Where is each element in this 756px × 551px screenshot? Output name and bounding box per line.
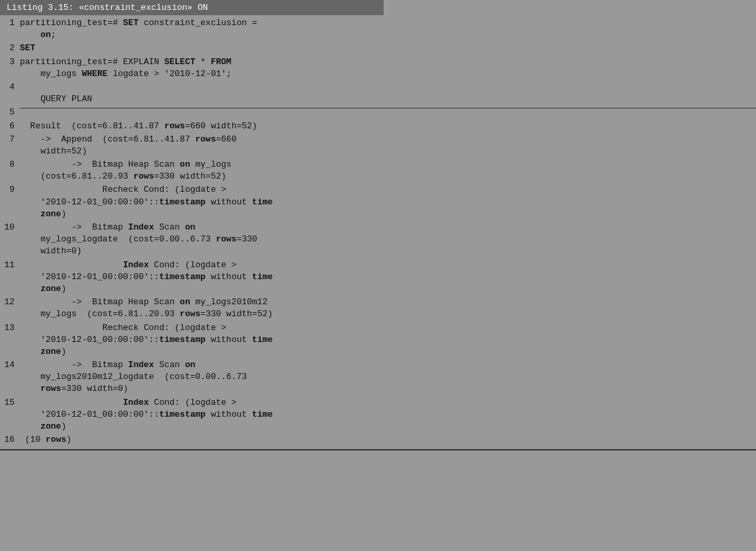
line-number: 1 <box>0 17 20 29</box>
line-number: 7 <box>0 134 20 146</box>
code-line: 9 Recheck Cond: (logdate > '2010-12-01_0… <box>0 183 756 221</box>
line-content: SET <box>20 42 756 54</box>
code-line: 14 -> Bitmap Index Scan on my_logs2010m1… <box>0 359 756 396</box>
line-number: 15 <box>0 397 20 409</box>
line-content: -> Bitmap Heap Scan on my_logs2010m12 my… <box>20 296 756 320</box>
line-number: 4 <box>0 81 20 93</box>
line-content: Result (cost=6.81..41.87 rows=660 width=… <box>20 120 756 132</box>
line-content: partitioning_test=# SET constraint_exclu… <box>20 17 756 41</box>
line-content: Recheck Cond: (logdate > '2010-12-01_00:… <box>20 322 756 359</box>
code-line: 15 Index Cond: (logdate > '2010-12-01_00… <box>0 396 756 434</box>
code-line: 1 partitioning_test=# SET constraint_exc… <box>0 17 756 42</box>
line-content: -> Bitmap Index Scan on my_logs_logdate … <box>20 222 756 258</box>
line-number: 14 <box>0 359 20 371</box>
line-content: QUERY PLAN <box>20 81 756 105</box>
code-line: 10 -> Bitmap Index Scan on my_logs_logda… <box>0 221 756 259</box>
line-content: partitioning_test=# EXPLAIN SELECT * FRO… <box>20 56 756 80</box>
line-content: -> Bitmap Heap Scan on my_logs (cost=6.8… <box>20 159 756 183</box>
line-number: 11 <box>0 259 20 271</box>
line-content: Recheck Cond: (logdate > '2010-12-01_00:… <box>20 184 756 220</box>
line-number: 13 <box>0 322 20 334</box>
line-content: -> Append (cost=6.81..41.87 rows=660 wid… <box>20 134 756 157</box>
line-number: 3 <box>0 56 20 68</box>
code-line: 13 Recheck Cond: (logdate > '2010-12-01_… <box>0 321 756 359</box>
code-line: 2 SET <box>0 42 756 55</box>
line-number: 9 <box>0 184 20 196</box>
code-block: 1 partitioning_test=# SET constraint_exc… <box>0 15 756 452</box>
line-number: 16 <box>0 434 20 446</box>
code-line: 12 -> Bitmap Heap Scan on my_logs2010m12… <box>0 296 756 321</box>
line-number: 6 <box>0 120 20 132</box>
code-line: 16 (10 rows) <box>0 433 756 446</box>
line-content: Index Cond: (logdate > '2010-12-01_00:00… <box>20 259 756 296</box>
line-number: 2 <box>0 42 20 54</box>
code-line: 11 Index Cond: (logdate > '2010-12-01_00… <box>0 259 756 296</box>
line-content: (10 rows) <box>20 434 756 446</box>
code-line: 3 partitioning_test=# EXPLAIN SELECT * F… <box>0 56 756 81</box>
code-line: 5 <box>0 106 756 119</box>
listing-title: Listing 3.15: «constraint_exclusion» ON <box>0 0 384 15</box>
line-content: -> Bitmap Index Scan on my_logs2010m12_l… <box>20 359 756 396</box>
line-number: 5 <box>0 106 20 118</box>
line-number: 8 <box>0 159 20 171</box>
code-line: 8 -> Bitmap Heap Scan on my_logs (cost=6… <box>0 158 756 183</box>
code-line: 4 QUERY PLAN <box>0 81 756 106</box>
line-number: 10 <box>0 222 20 233</box>
line-number: 12 <box>0 296 20 308</box>
code-line: 7 -> Append (cost=6.81..41.87 rows=660 w… <box>0 133 756 158</box>
code-line: 6 Result (cost=6.81..41.87 rows=660 widt… <box>0 120 756 133</box>
line-content: Index Cond: (logdate > '2010-12-01_00:00… <box>20 397 756 433</box>
bottom-separator <box>0 449 756 450</box>
listing-container: Listing 3.15: «constraint_exclusion» ON … <box>0 0 756 551</box>
line-content <box>20 106 756 110</box>
